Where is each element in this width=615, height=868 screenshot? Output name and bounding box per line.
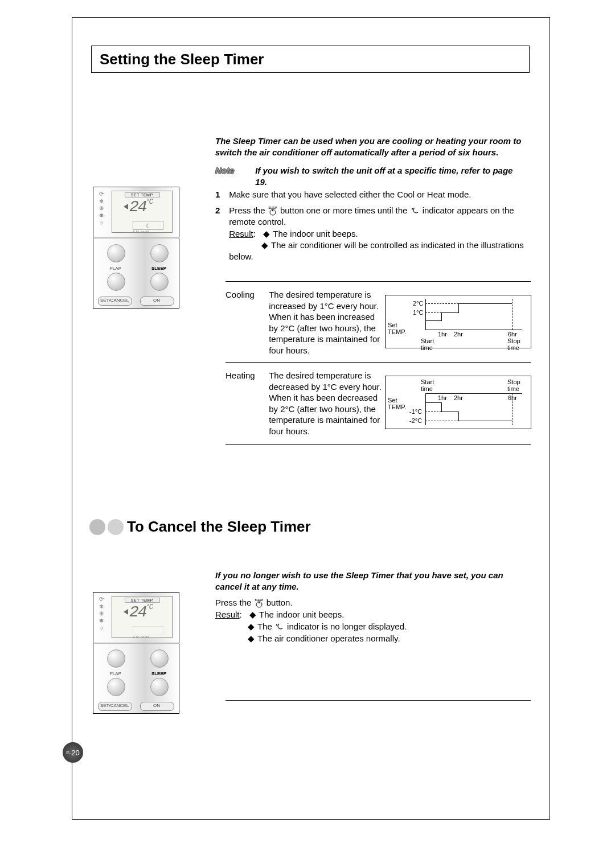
temp-readout: 24°C: [129, 603, 152, 621]
temp-value: 24: [129, 603, 146, 621]
remote-button: [107, 244, 125, 262]
svg-point-6: [258, 602, 259, 603]
page-title-box: Setting the Sleep Timer: [91, 46, 530, 73]
flap-label: FLAP: [107, 671, 124, 676]
temp-readout: 24°C: [129, 198, 152, 216]
sleep-button-icon: SLEEP: [268, 205, 278, 216]
diamond-bullet: ◆: [261, 240, 269, 251]
svg-point-3: [411, 208, 412, 209]
sleep-indicator-bar-off: [133, 626, 163, 635]
result-bullet-1: The indoor unit beeps.: [273, 229, 358, 238]
deg-label: °C: [146, 198, 152, 206]
remote-button: [107, 649, 125, 668]
page-num-prefix: E-: [66, 750, 71, 755]
page-num: 20: [71, 748, 79, 757]
cooling-graph: Set TEMP. 2°C 1°C 1hr 2hr 6hr Start time…: [385, 295, 531, 348]
set-temp-label: SET TEMP.: [125, 192, 160, 198]
x-axis: [425, 393, 522, 394]
step-1-text: Make sure that you have selected either …: [229, 189, 525, 200]
note-text: If you wish to switch the unit off at a …: [255, 165, 523, 187]
svg-point-7: [276, 624, 277, 626]
graph-stop: Stop time: [507, 379, 520, 392]
cooling-label: Cooling: [226, 289, 266, 301]
graph-stop: Stop time: [507, 338, 520, 351]
set-temp-label: SET TEMP.: [125, 598, 160, 603]
heating-desc: The desired temperature is decreased by …: [269, 370, 383, 437]
graph-start: Start time: [421, 338, 434, 351]
svg-point-2: [272, 210, 273, 211]
diamond-bullet: ◆: [247, 632, 255, 644]
svg-text:SLEEP: SLEEP: [255, 599, 263, 602]
temp-value: 24: [129, 198, 146, 216]
cancel-intro: If you no longer wish to use the Sleep T…: [215, 570, 530, 592]
diamond-bullet: ◆: [247, 620, 255, 632]
remote-button: [107, 678, 125, 696]
graph-2hr: 2hr: [454, 394, 463, 401]
graph-1hr: 1hr: [438, 331, 447, 338]
sleep-indicator-bar: ☾: [133, 221, 163, 230]
cancel-body: Press the SLEEP button. Result: ◆ The in…: [215, 597, 530, 644]
step-num-1: 1: [215, 189, 227, 200]
moon-sleep-icon: [410, 207, 420, 215]
remote-button: [150, 678, 169, 696]
remote-screen: SET TEMP. 24°C A.M. on till: [112, 596, 173, 638]
step-2-text: Press the SLEEP button one or more times…: [229, 205, 525, 262]
heating-graph: Set TEMP. -1°C -2°C 1hr 2hr 6hr Start ti…: [385, 376, 531, 429]
on-label: ON: [140, 298, 173, 303]
sleep-button-icon: SLEEP: [254, 598, 264, 608]
remote-divider: [93, 237, 179, 238]
step-1: 1 Make sure that you have selected eithe…: [215, 189, 530, 200]
graph-1hr: 1hr: [438, 394, 447, 401]
remote-divider: [93, 643, 179, 644]
graph-set-temp: Set TEMP.: [388, 322, 406, 335]
diamond-bullet: ◆: [263, 228, 270, 240]
graph-2c: 2°C: [413, 300, 423, 307]
intro-paragraph: The Sleep Timer can be used when you are…: [215, 135, 530, 158]
heating-block: Heating The desired temperature is decre…: [226, 370, 383, 437]
moon-sleep-icon: [274, 623, 285, 631]
graph-6hr: 6hr: [508, 331, 517, 338]
remote-button: [150, 273, 169, 291]
divider: [226, 281, 531, 282]
remote-screen: SET TEMP. 24°C ☾ A.M. on till: [112, 191, 173, 233]
result-label: Result: [229, 229, 253, 238]
page-number-badge: E- 20: [63, 742, 83, 763]
step-2: 2 Press the SLEEP button one or more tim…: [215, 205, 530, 262]
graph-set-temp: Set TEMP.: [388, 397, 406, 410]
cancel-title-row: To Cancel the Sleep Timer: [88, 518, 311, 536]
graph-n1c: -1°C: [409, 408, 422, 415]
decor-dot: [108, 519, 124, 535]
decor-dot: [89, 519, 105, 535]
page-title: Setting the Sleep Timer: [100, 51, 264, 68]
divider: [226, 444, 531, 445]
graph-start: Start time: [421, 379, 434, 392]
cancel-title: To Cancel the Sleep Timer: [127, 518, 311, 536]
divider: [226, 362, 531, 363]
cooling-desc: The desired temperature is increased by …: [269, 289, 383, 356]
diamond-bullet: ◆: [249, 608, 257, 620]
step-2-mid: button one or more times until the: [280, 205, 410, 215]
cancel-result-label: Result: [215, 610, 240, 619]
graph-1c: 1°C: [413, 309, 423, 316]
heating-label: Heating: [226, 370, 266, 381]
set-cancel-label: SET/CANCEL: [98, 703, 131, 708]
moon-sleep-icon: ☾: [146, 223, 151, 229]
cancel-bullet-2-pre: The: [257, 622, 274, 631]
deg-label: °C: [146, 603, 152, 611]
sleep-label: SLEEP: [150, 671, 167, 676]
svg-text:SLEEP: SLEEP: [268, 207, 277, 209]
graph-n2c: -2°C: [409, 417, 422, 424]
divider: [226, 700, 531, 701]
remote-button: [150, 244, 169, 262]
mode-icons-col: ⟳❄⊕❅☼: [99, 191, 104, 227]
on-label: ON: [140, 703, 173, 708]
set-cancel-label: SET/CANCEL: [98, 298, 131, 303]
cancel-press-pre: Press the: [215, 598, 254, 607]
aux-label: A.M. on till: [133, 230, 149, 233]
step-2-pre: Press the: [229, 205, 268, 215]
result-bullet-2: The air conditioner will be controlled a…: [229, 240, 523, 261]
remote-button: [107, 273, 125, 291]
step-num-2: 2: [215, 205, 227, 216]
cancel-bullet-3: The air conditioner operates normally.: [257, 633, 400, 643]
aux-label: A.M. on till: [133, 635, 149, 639]
